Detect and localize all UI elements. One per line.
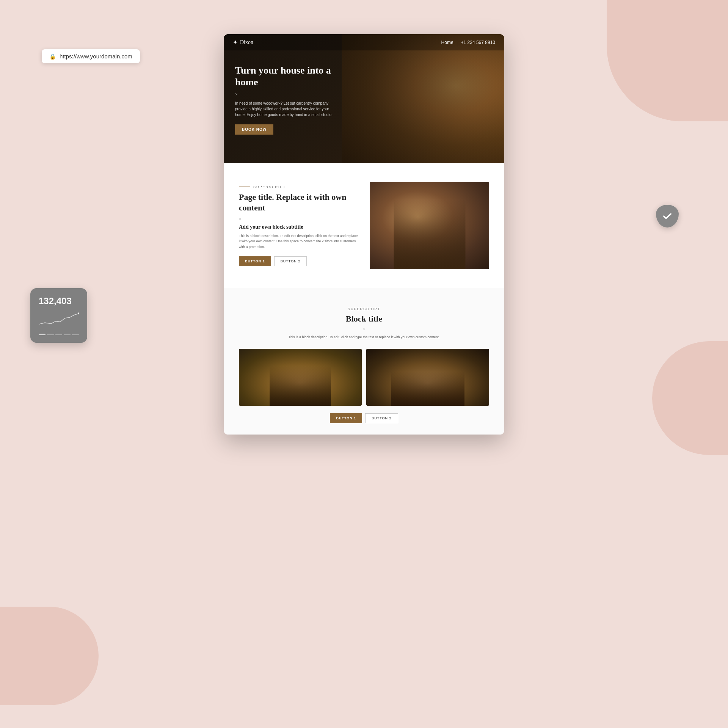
stats-dot-1: [39, 334, 46, 335]
stats-number: 132,403: [39, 296, 79, 306]
stats-dot-2: [47, 334, 54, 335]
nav-link-home[interactable]: Home: [441, 40, 453, 45]
browser-window: ✦ Dixon Home +1 234 567 8910 Turn your h…: [224, 34, 504, 435]
section1-button1[interactable]: BUTTON 1: [239, 256, 271, 266]
stats-widget: 132,403: [30, 288, 87, 343]
check-icon: [662, 211, 673, 221]
section-right: [370, 182, 489, 269]
image-grid: [239, 349, 489, 406]
hero-x-symbol: ×: [235, 92, 334, 97]
bg-decoration-top-right: [607, 0, 728, 121]
svg-point-0: [78, 312, 79, 314]
hero-section: ✦ Dixon Home +1 234 567 8910 Turn your h…: [224, 34, 504, 163]
lock-icon: 🔒: [49, 53, 56, 60]
grid-image-2: [366, 349, 489, 406]
section2-button2[interactable]: BUTTON 2: [365, 413, 398, 423]
superscript-text-1: SUPERSCRIPT: [253, 185, 286, 189]
superscript-line-decoration: [239, 187, 250, 187]
stats-dot-3: [55, 334, 62, 335]
section1-button2[interactable]: BUTTON 2: [274, 256, 307, 266]
logo-icon: ✦: [233, 39, 238, 46]
stats-dot-5: [72, 334, 79, 335]
section-left: SUPERSCRIPT Page title. Replace it with …: [239, 185, 370, 266]
nav-logo-text: Dixon: [240, 39, 253, 46]
stats-chart: [39, 310, 79, 329]
section1-image: [370, 182, 489, 269]
superscript-center: SUPERSCRIPT: [239, 307, 489, 311]
hero-title: Turn your house into a home: [235, 64, 334, 88]
hero-content: Turn your house into a home × In need of…: [224, 34, 345, 146]
section1-subtitle: Add your own block subtitle: [239, 224, 358, 230]
nav-links: Home +1 234 567 8910: [441, 40, 495, 45]
block-x: ×: [239, 327, 489, 331]
url-bar: 🔒 https://www.yourdomain.com: [42, 49, 140, 63]
stats-dots: [39, 334, 79, 335]
superscript-line-1: SUPERSCRIPT: [239, 185, 358, 189]
website-content: ✦ Dixon Home +1 234 567 8910 Turn your h…: [224, 34, 504, 435]
check-badge: [656, 205, 679, 228]
block-description: This is a block description. To edit, cl…: [239, 334, 489, 340]
hero-description: In need of some woodwork? Let out carpen…: [235, 100, 334, 118]
section2-btn-group: BUTTON 1 BUTTON 2: [239, 413, 489, 423]
site-nav: ✦ Dixon Home +1 234 567 8910: [224, 34, 504, 50]
block-title: Block title: [239, 314, 489, 324]
section1-x: ×: [239, 217, 358, 221]
section1-btn-group: BUTTON 1 BUTTON 2: [239, 256, 358, 266]
bg-decoration-mid-right: [652, 341, 728, 455]
url-text: https://www.yourdomain.com: [60, 53, 132, 60]
section1-description: This is a block description. To edit thi…: [239, 233, 358, 249]
section1-title: Page title. Replace it with own content: [239, 192, 358, 213]
stats-dot-4: [64, 334, 71, 335]
grid-image-1: [239, 349, 362, 406]
nav-logo: ✦ Dixon: [233, 39, 253, 46]
book-now-button[interactable]: BOOK NOW: [235, 124, 273, 135]
nav-link-phone[interactable]: +1 234 567 8910: [461, 40, 495, 45]
superscript-text-2: SUPERSCRIPT: [348, 307, 380, 311]
bg-decoration-bottom-left: [0, 607, 99, 705]
section-two-col: SUPERSCRIPT Page title. Replace it with …: [224, 163, 504, 288]
section-centered: SUPERSCRIPT Block title × This is a bloc…: [224, 288, 504, 435]
section2-button1[interactable]: BUTTON 1: [330, 413, 362, 423]
